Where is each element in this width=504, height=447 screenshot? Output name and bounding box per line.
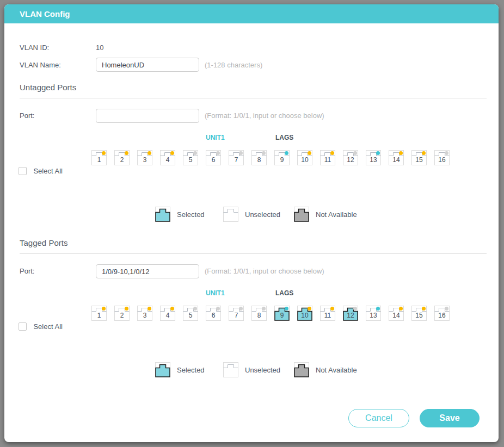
port-4[interactable]: 4 (160, 150, 175, 165)
tagged-port-input[interactable] (96, 264, 199, 278)
port-12[interactable]: 12 (343, 306, 358, 321)
port-icon (155, 362, 170, 377)
legend-label: Selected (177, 210, 205, 219)
port-number: 10 (297, 156, 312, 164)
legend-notavailable: Not Available (294, 207, 357, 222)
port-number: 3 (137, 156, 152, 164)
port-number: 11 (320, 312, 335, 319)
port-number: 12 (343, 156, 358, 164)
port-13[interactable]: 13 (366, 150, 381, 165)
port-6[interactable]: 6 (206, 306, 221, 321)
port-status-dot (445, 151, 448, 155)
port-status-dot (147, 307, 151, 311)
port-11[interactable]: 11 (320, 306, 335, 321)
cancel-button[interactable]: Cancel (348, 409, 409, 427)
port-2[interactable]: 2 (114, 306, 130, 321)
port-14[interactable]: 14 (389, 150, 404, 165)
port-14[interactable]: 14 (389, 306, 404, 321)
vlan-name-label: VLAN Name: (20, 61, 61, 69)
select-all-label: Select All (33, 167, 62, 175)
port-status-dot (193, 307, 197, 311)
vlan-name-hint: (1-128 characters) (205, 61, 262, 69)
port-16[interactable]: 16 (434, 150, 450, 165)
dialog-title: VLAN Config (20, 4, 70, 23)
port-status-dot (285, 307, 288, 311)
port-status-dot (239, 307, 243, 311)
port-1[interactable]: 1 (91, 306, 107, 321)
port-status-dot (308, 307, 311, 311)
port-15[interactable]: 15 (411, 150, 427, 165)
port-2[interactable]: 2 (114, 150, 130, 165)
port-7[interactable]: 7 (229, 306, 244, 321)
port-3[interactable]: 3 (137, 306, 152, 321)
port-number: 16 (434, 156, 450, 164)
port-status-dot (216, 151, 220, 155)
port-7[interactable]: 7 (229, 150, 244, 165)
port-number: 13 (366, 312, 381, 319)
port-number: 14 (389, 312, 404, 319)
port-number: 8 (251, 312, 267, 319)
port-10[interactable]: 10 (297, 306, 312, 321)
port-status-dot (353, 151, 357, 155)
port-status-dot (216, 307, 220, 311)
port-9[interactable]: 9 (274, 306, 290, 321)
port-number: 12 (343, 312, 358, 319)
port-5[interactable]: 5 (183, 306, 198, 321)
port-icon (223, 207, 238, 222)
port-status-dot (285, 151, 288, 155)
port-label: Port: (20, 267, 34, 275)
legend-selected: Selected (155, 362, 205, 377)
port-8[interactable]: 8 (251, 306, 267, 321)
port-11[interactable]: 11 (320, 150, 335, 165)
port-8[interactable]: 8 (251, 150, 267, 165)
port-status-dot (170, 151, 174, 155)
port-status-dot (399, 151, 403, 155)
tagged-select-all[interactable]: Select All (19, 321, 63, 330)
vlan-id-label: VLAN ID: (20, 44, 49, 52)
port-status-dot (262, 307, 266, 311)
port-1[interactable]: 1 (91, 150, 107, 165)
select-all-checkbox[interactable] (19, 322, 27, 331)
untagged-port-input[interactable] (96, 109, 199, 123)
port-3[interactable]: 3 (137, 150, 152, 165)
port-number: 11 (320, 156, 335, 164)
port-13[interactable]: 13 (366, 306, 381, 321)
port-number: 7 (229, 156, 244, 164)
tab-unit1[interactable]: UNIT1 (206, 289, 225, 297)
port-number: 7 (229, 312, 244, 319)
section-divider (20, 98, 487, 98)
port-6[interactable]: 6 (206, 150, 221, 165)
tab-lags[interactable]: LAGS (275, 289, 293, 297)
port-number: 4 (160, 156, 175, 164)
port-4[interactable]: 4 (160, 306, 175, 321)
legend-selected-icon (155, 207, 170, 222)
port-status-dot (445, 307, 448, 311)
port-label: Port: (20, 111, 34, 120)
port-9[interactable]: 9 (274, 150, 290, 165)
legend-unselected: Unselected (223, 362, 280, 377)
port-10[interactable]: 10 (297, 150, 312, 165)
port-status-dot (422, 307, 426, 311)
tab-lags[interactable]: LAGS (275, 134, 293, 141)
untagged-select-all[interactable]: Select All (19, 166, 63, 175)
vlan-name-input[interactable] (96, 58, 199, 72)
select-all-checkbox[interactable] (19, 167, 27, 175)
port-number: 5 (183, 156, 198, 164)
port-number: 6 (206, 312, 221, 319)
port-format-hint: (Format: 1/0/1, input or choose below) (205, 267, 324, 275)
port-16[interactable]: 16 (434, 306, 450, 321)
port-12[interactable]: 12 (343, 150, 358, 165)
tagged-port-grid: 12345678910111213141516 (91, 306, 472, 322)
legend-label: Unselected (245, 366, 280, 374)
port-5[interactable]: 5 (183, 150, 198, 165)
port-15[interactable]: 15 (411, 306, 427, 321)
port-number: 13 (366, 156, 381, 164)
port-status-dot (330, 307, 334, 311)
vlan-id-value: 10 (96, 44, 103, 52)
port-status-dot (102, 307, 106, 311)
legend-label: Not Available (316, 366, 357, 374)
port-status-dot (353, 307, 357, 311)
tab-unit1[interactable]: UNIT1 (206, 134, 225, 141)
save-button[interactable]: Save (420, 409, 480, 427)
port-icon (294, 207, 309, 222)
